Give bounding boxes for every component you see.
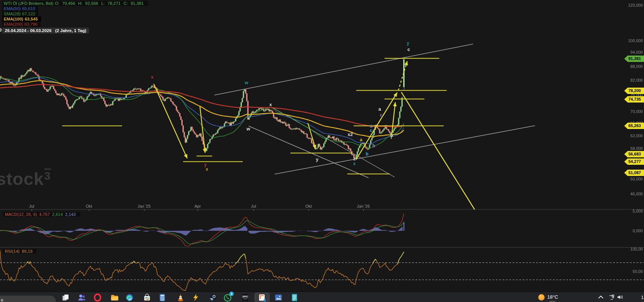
price-axis-label: 62,000 (630, 133, 643, 138)
wave-label[interactable]: b (390, 133, 393, 138)
price-level-tag: 74,735 (624, 96, 644, 103)
taskbar-app-opera-icon[interactable] (93, 293, 102, 302)
stock3-watermark: stock3 (0, 169, 51, 189)
indicator-axis-label: 100,00 (630, 247, 643, 251)
wave-label[interactable]: w (246, 126, 250, 132)
clock[interactable]: 1 (641, 295, 644, 300)
wave-label[interactable]: c (408, 47, 410, 52)
taskbar-app-calculator-icon[interactable] (158, 293, 167, 302)
wave-label[interactable]: x (353, 161, 356, 166)
price-axis-label: 50,000 (630, 177, 643, 181)
taskbar-app-stock3-app-icon[interactable] (258, 293, 267, 302)
wave-label[interactable]: z (353, 156, 356, 161)
wave-label[interactable]: a (360, 137, 363, 142)
taskbar-app-edge-icon[interactable] (125, 293, 134, 302)
taskbar-search-input[interactable]: e (0, 296, 56, 302)
macd-signal-value: 2,614 (52, 212, 63, 217)
macd-label: MACD(12, 26, 9) (5, 212, 37, 217)
svg-text:EPIC: EPIC (242, 295, 248, 298)
time-axis-label[interactable]: Jan '25 (137, 204, 150, 208)
date-range: 26.04.2024 - 06.03.2026 (5, 28, 51, 33)
wave-label[interactable]: a (379, 107, 381, 112)
price-level-tag: 65,263 (624, 123, 644, 129)
rsi-label: RSI(14) (5, 249, 20, 254)
time-axis-label[interactable]: Jul (29, 204, 34, 208)
price-axis-label: 70,000 (630, 109, 643, 114)
wave-label[interactable]: x2 (348, 132, 353, 137)
price-chart-canvas[interactable] (0, 0, 644, 292)
ohlc-high: H: 92,566 (78, 1, 100, 6)
rsi-legend[interactable]: RSI(14) 89,19 (3, 249, 36, 254)
price-axis-label: 82,000 (630, 78, 643, 82)
indicator-axis-label: 50,00 (632, 269, 643, 274)
wave-label[interactable]: c (370, 128, 373, 133)
wave-label[interactable]: y (316, 157, 319, 162)
indicator-axis-label: 0,000 (632, 229, 643, 233)
price-axis-label: 58,000 (630, 146, 643, 151)
time-axis-label[interactable]: Okt (86, 204, 92, 208)
indicator-row-ema200[interactable]: EMA(200)63,796 (2, 22, 41, 27)
taskbar-app-whatsapp-icon[interactable]: 1 (223, 293, 232, 302)
ohlc-close: C: 91,381 (124, 1, 145, 6)
chart-legend: WTI Öl (JFD Brokers, Bid) O: 79,456 H: 9… (2, 1, 148, 34)
wave-label[interactable]: x (151, 75, 154, 80)
wave-label[interactable]: b (372, 143, 375, 148)
weather-temp[interactable]: 18°C (547, 294, 558, 300)
chevron-up-icon[interactable] (597, 294, 605, 301)
date-range-badge[interactable]: 26.04.2024 - 06.03.2026 (2 Jahre, 1 Tag) (2, 28, 89, 34)
taskbar-app-notepad-icon[interactable] (290, 293, 299, 302)
symbol-title: WTI Öl (JFD Brokers, Bid) (4, 1, 54, 6)
price-axis-label: 120,000 (628, 3, 643, 7)
wave-label[interactable]: c (380, 113, 383, 118)
period-label: (2 Jahre, 1 Tag) (55, 28, 86, 33)
symbol-legend-row[interactable]: WTI Öl (JFD Brokers, Bid) O: 79,456 H: 9… (2, 1, 148, 6)
price-axis-label: 94,000 (630, 50, 643, 54)
taskbar-app-photos-icon[interactable] (274, 293, 283, 302)
display-cast-icon[interactable] (608, 294, 616, 301)
ohlc-open: O: 79,456 (55, 1, 77, 6)
time-axis-label[interactable]: Jul (251, 204, 256, 208)
taskbar-app-teams-icon[interactable] (77, 293, 86, 302)
taskbar-app-epic-games-icon[interactable]: EPICGAMES (241, 293, 250, 302)
taskbar-app-file-explorer-icon[interactable] (61, 293, 70, 302)
price-axis-label: 100,000 (628, 38, 643, 43)
price-level-tag: 56,683 (624, 151, 644, 157)
time-axis-label[interactable]: Okt (305, 204, 312, 208)
price-level-tag: 51,087 (624, 170, 644, 176)
ohlc-low: L: 78,271 (101, 1, 122, 6)
wave-label[interactable]: b (366, 151, 369, 157)
price-level-tag: 91,381 (624, 56, 644, 62)
desktop: WTI Öl (JFD Brokers, Bid) O: 79,456 H: 9… (0, 0, 644, 302)
speaker-icon[interactable] (616, 294, 624, 301)
taskbar-app-folder-icon[interactable] (110, 293, 119, 302)
rsi-value: 89,19 (22, 249, 33, 254)
price-axis-label: 46,000 (630, 192, 643, 196)
time-axis-label[interactable]: Jan '26 (357, 204, 370, 208)
taskbar-app-steam-icon[interactable] (208, 293, 217, 302)
taskbar-app-winamp-icon[interactable] (191, 293, 200, 302)
macd-legend[interactable]: MACD(12, 26, 9) 4,757 2,614 2,143 (3, 212, 80, 217)
macd-hist-value: 2,143 (65, 212, 76, 217)
indicator-row-ema100[interactable]: EMA(100)63,545 (2, 16, 41, 22)
indicator-row-ema50[interactable]: EMA(50)65,610 (2, 6, 38, 11)
svg-text:GAMES: GAMES (243, 298, 248, 300)
price-level-tag: 54,277 (624, 158, 644, 165)
wave-label[interactable]: x (270, 102, 272, 107)
indicator-row-sma28[interactable]: SMA(28)67,122 (2, 11, 38, 16)
time-axis-label[interactable]: Apr (194, 204, 201, 208)
notification-badge: 1 (229, 292, 234, 296)
price-axis-label: 88,000 (630, 64, 643, 69)
wave-label[interactable]: y (407, 41, 409, 46)
wave-label[interactable]: x (206, 167, 208, 172)
taskbar-app-ms-store-icon[interactable] (143, 293, 152, 302)
weather-sun-icon[interactable] (538, 294, 545, 301)
macd-value: 4,757 (39, 212, 50, 217)
price-level-tag: 78,200 (624, 88, 644, 94)
taskbar-app-vlc-icon[interactable] (176, 293, 185, 302)
taskbar: e 1EPICGAMES 18°C 1 (0, 292, 644, 302)
indicator-axis-label: 5,000 (632, 209, 643, 213)
wave-label[interactable]: w (245, 80, 248, 85)
